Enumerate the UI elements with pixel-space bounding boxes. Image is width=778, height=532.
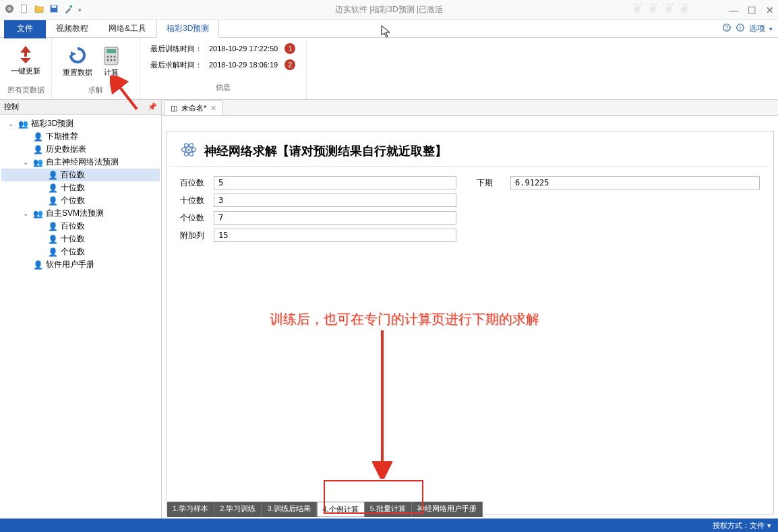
fu-input[interactable] (214, 229, 456, 242)
fu-label: 附加列 (180, 230, 214, 241)
svg-text:?: ? (725, 25, 729, 31)
svg-point-13 (111, 56, 113, 58)
tree-nn-ge[interactable]: ›👤个位数 (1, 194, 160, 207)
maximize-button[interactable]: ☐ (748, 5, 756, 16)
tree-history[interactable]: ›👤历史数据表 (1, 143, 160, 156)
svg-point-1 (7, 7, 12, 11)
refresh-all-button[interactable]: 一键更新 (7, 40, 44, 79)
tree-manual[interactable]: ›👤软件用户手册 (1, 258, 160, 271)
group-label-solve: 求解 (59, 85, 132, 96)
person-icon: 👤 (47, 170, 58, 181)
close-button[interactable]: ✕ (766, 5, 774, 16)
svg-point-16 (111, 59, 113, 61)
tree-next[interactable]: ›👤下期推荐 (1, 130, 160, 143)
calculate-label: 计算 (104, 67, 119, 78)
btab-single[interactable]: 4.个例计算 (317, 502, 365, 517)
tree-nn[interactable]: ⌄👥自主神经网络法预测 (1, 156, 160, 169)
btab-manual[interactable]: 神经网络用户手册 (412, 502, 483, 517)
svg-point-12 (107, 56, 109, 58)
person-icon: 👤 (47, 247, 58, 258)
document-area: ◫ 未命名* ✕ 神经网络求解【请对预测结果自行就近取整】 百位数 十位数 个位… (162, 100, 778, 519)
tab-network[interactable]: 网络&工具 (98, 20, 156, 38)
train-time-label: 最后训练时间： (150, 44, 202, 54)
tab-prediction[interactable]: 福彩3D预测 (156, 20, 219, 38)
group-label-info: 信息 (216, 82, 231, 94)
shi-label: 十位数 (180, 195, 214, 206)
svg-text:i: i (740, 25, 741, 31)
tools-icon[interactable] (63, 3, 74, 16)
group-icon: 👥 (32, 157, 43, 168)
tree-svm-shi[interactable]: ›👤十位数 (1, 233, 160, 245)
svg-point-5 (69, 5, 72, 8)
shi-input[interactable] (214, 194, 456, 207)
document-tab[interactable]: ◫ 未命名* ✕ (164, 100, 222, 115)
person-icon: 👤 (47, 183, 58, 194)
sidebar-pin-icon[interactable]: 📌 (148, 102, 157, 111)
tree-svm-ge[interactable]: ›👤个位数 (1, 245, 160, 258)
status-dropdown-icon[interactable]: ▾ (767, 521, 771, 530)
train-time-value: 2018-10-29 17:22:50 (209, 45, 278, 53)
tree-nn-shi[interactable]: ›👤十位数 (1, 181, 160, 194)
refresh-all-label: 一键更新 (11, 66, 40, 76)
annotation-text: 训练后，也可在专门的计算页进行下期的求解 (270, 310, 539, 328)
title-bar: ▾ 迈实软件 |福彩3D预测 |已激活 ❦ ❦ ❦ ❦ — ☐ ✕ (0, 0, 778, 20)
group-icon: 👥 (32, 208, 43, 219)
status-bar: 授权方式：文件 ▾ (0, 519, 778, 532)
help-icon[interactable]: ? (722, 23, 731, 34)
new-icon[interactable] (19, 3, 30, 16)
decorative-swirl: ❦ ❦ ❦ ❦ (631, 0, 691, 18)
solve-time-value: 2018-10-29 18:06:19 (209, 61, 278, 69)
next-input[interactable] (510, 176, 760, 189)
svg-point-21 (187, 148, 189, 150)
calculate-button[interactable]: 计算 (96, 42, 126, 80)
auth-mode: 授权方式：文件 (713, 521, 765, 531)
svg-rect-4 (52, 5, 57, 7)
document-tabs: ◫ 未命名* ✕ (162, 100, 778, 116)
atom-icon (180, 141, 198, 160)
badge-1: 1 (285, 43, 295, 54)
bai-label: 百位数 (180, 177, 214, 189)
person-icon: 👤 (32, 144, 43, 155)
options-dropdown-icon[interactable]: ▾ (769, 26, 773, 32)
sidebar-title: 控制 (4, 102, 19, 112)
document-tab-title: 未命名* (181, 103, 206, 113)
options-link[interactable]: 选项 (749, 23, 765, 34)
reset-data-button[interactable]: 重置数据 (59, 42, 96, 80)
info-icon[interactable]: i (736, 23, 745, 34)
svg-point-14 (114, 56, 116, 58)
tab-file[interactable]: 文件 (4, 19, 46, 38)
person-icon: 👤 (32, 260, 43, 270)
close-tab-icon[interactable]: ✕ (210, 104, 216, 113)
ge-input[interactable] (214, 211, 456, 225)
tree-svm-bai[interactable]: ›👤百位数 (1, 220, 160, 233)
open-icon[interactable] (34, 3, 44, 16)
svg-point-15 (107, 59, 109, 61)
tree-svm[interactable]: ⌄👥自主SVM法预测 (1, 207, 160, 220)
person-icon: 👤 (47, 221, 58, 232)
reset-data-label: 重置数据 (63, 67, 92, 78)
group-label-data: 所有页数据 (7, 85, 44, 96)
doc-icon: ◫ (171, 104, 177, 113)
ribbon-tab-bar: 文件 视频教程 网络&工具 福彩3D预测 ? i 选项 ▾ (0, 20, 778, 38)
svg-rect-2 (21, 5, 26, 13)
person-icon: 👤 (47, 196, 58, 206)
group-icon: 👥 (18, 119, 28, 129)
btab-train[interactable]: 2.学习训练 (214, 502, 262, 517)
tree-nn-bai[interactable]: ›👤百位数 (1, 169, 160, 181)
bai-input[interactable] (214, 176, 456, 189)
solve-time-label: 最后求解时间： (150, 60, 202, 70)
btab-batch[interactable]: 5.批量计算 (365, 502, 412, 517)
btab-samples[interactable]: 1.学习样本 (167, 502, 214, 517)
sidebar-header: 控制 📌 (0, 100, 161, 115)
person-icon: 👤 (32, 131, 43, 142)
save-icon[interactable] (49, 3, 59, 16)
next-label: 下期 (477, 177, 510, 189)
tree-root[interactable]: ⌄👥福彩3D预测 (1, 117, 160, 130)
tab-video[interactable]: 视频教程 (46, 20, 98, 38)
minimize-button[interactable]: — (729, 5, 738, 16)
sidebar-panel: 控制 📌 ⌄👥福彩3D预测 ›👤下期推荐 ›👤历史数据表 ⌄👥自主神经网络法预测… (0, 100, 162, 519)
window-title: 迈实软件 |福彩3D预测 |已激活 (335, 4, 443, 16)
qat-dropdown-icon[interactable]: ▾ (78, 7, 82, 13)
ge-label: 个位数 (180, 212, 214, 224)
btab-result[interactable]: 3.训练后结果 (262, 502, 316, 517)
